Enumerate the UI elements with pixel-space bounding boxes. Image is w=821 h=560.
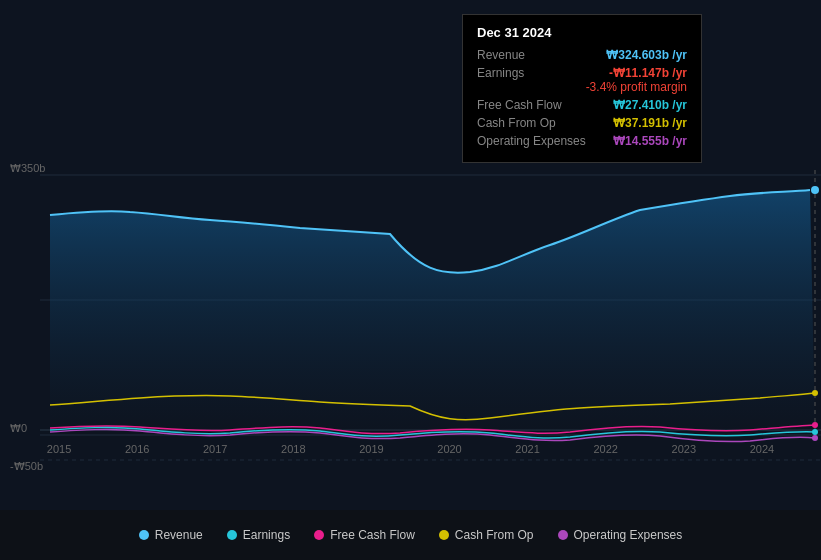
legend-dot-earnings bbox=[227, 530, 237, 540]
legend-dot-revenue bbox=[139, 530, 149, 540]
x-label-2020: 2020 bbox=[437, 443, 461, 455]
tooltip-row-earnings: Earnings -₩11.147b /yr -3.4% profit marg… bbox=[477, 66, 687, 94]
legend-dot-fcf bbox=[314, 530, 324, 540]
x-label-2016: 2016 bbox=[125, 443, 149, 455]
legend-label-revenue: Revenue bbox=[155, 528, 203, 542]
legend: Revenue Earnings Free Cash Flow Cash Fro… bbox=[0, 510, 821, 560]
tooltip-date: Dec 31 2024 bbox=[477, 25, 687, 40]
legend-label-fcf: Free Cash Flow bbox=[330, 528, 415, 542]
y-axis-0: ₩0 bbox=[10, 422, 27, 435]
legend-label-earnings: Earnings bbox=[243, 528, 290, 542]
legend-item-revenue[interactable]: Revenue bbox=[139, 528, 203, 542]
tooltip-label-earnings: Earnings bbox=[477, 66, 524, 94]
y-axis-350: ₩350b bbox=[10, 162, 45, 175]
tooltip-label-opex: Operating Expenses bbox=[477, 134, 586, 148]
x-label-2018: 2018 bbox=[281, 443, 305, 455]
tooltip-value-cashop: ₩37.191b /yr bbox=[613, 116, 687, 130]
legend-label-cashop: Cash From Op bbox=[455, 528, 534, 542]
legend-item-fcf[interactable]: Free Cash Flow bbox=[314, 528, 415, 542]
svg-point-9 bbox=[812, 429, 818, 435]
chart-area: ₩350b ₩0 -₩50b 2015 2016 2017 2018 2019 … bbox=[0, 0, 821, 510]
x-label-2023: 2023 bbox=[672, 443, 696, 455]
x-label-2021: 2021 bbox=[515, 443, 539, 455]
tooltip-value-revenue: ₩324.603b /yr bbox=[606, 48, 687, 62]
x-axis: 2015 2016 2017 2018 2019 2020 2021 2022 … bbox=[0, 443, 821, 455]
x-label-2019: 2019 bbox=[359, 443, 383, 455]
tooltip-value-fcf: ₩27.410b /yr bbox=[613, 98, 687, 112]
tooltip-value-earnings: -₩11.147b /yr bbox=[609, 66, 687, 80]
tooltip-profit-margin: -3.4% profit margin bbox=[586, 80, 687, 94]
legend-item-cashop[interactable]: Cash From Op bbox=[439, 528, 534, 542]
tooltip-row-cashop: Cash From Op ₩37.191b /yr bbox=[477, 116, 687, 130]
x-label-2015: 2015 bbox=[47, 443, 71, 455]
x-label-2022: 2022 bbox=[593, 443, 617, 455]
tooltip-card: Dec 31 2024 Revenue ₩324.603b /yr Earnin… bbox=[462, 14, 702, 163]
svg-point-8 bbox=[812, 390, 818, 396]
legend-dot-opex bbox=[558, 530, 568, 540]
legend-item-earnings[interactable]: Earnings bbox=[227, 528, 290, 542]
tooltip-row-revenue: Revenue ₩324.603b /yr bbox=[477, 48, 687, 62]
tooltip-row-opex: Operating Expenses ₩14.555b /yr bbox=[477, 134, 687, 148]
svg-point-11 bbox=[812, 435, 818, 441]
svg-point-10 bbox=[812, 422, 818, 428]
x-label-2017: 2017 bbox=[203, 443, 227, 455]
x-label-2024: 2024 bbox=[750, 443, 774, 455]
y-axis-neg50: -₩50b bbox=[10, 460, 43, 473]
tooltip-label-cashop: Cash From Op bbox=[477, 116, 556, 130]
legend-item-opex[interactable]: Operating Expenses bbox=[558, 528, 683, 542]
legend-dot-cashop bbox=[439, 530, 449, 540]
tooltip-label-revenue: Revenue bbox=[477, 48, 525, 62]
tooltip-label-fcf: Free Cash Flow bbox=[477, 98, 562, 112]
tooltip-value-opex: ₩14.555b /yr bbox=[613, 134, 687, 148]
tooltip-row-fcf: Free Cash Flow ₩27.410b /yr bbox=[477, 98, 687, 112]
legend-label-opex: Operating Expenses bbox=[574, 528, 683, 542]
svg-point-7 bbox=[811, 186, 819, 194]
